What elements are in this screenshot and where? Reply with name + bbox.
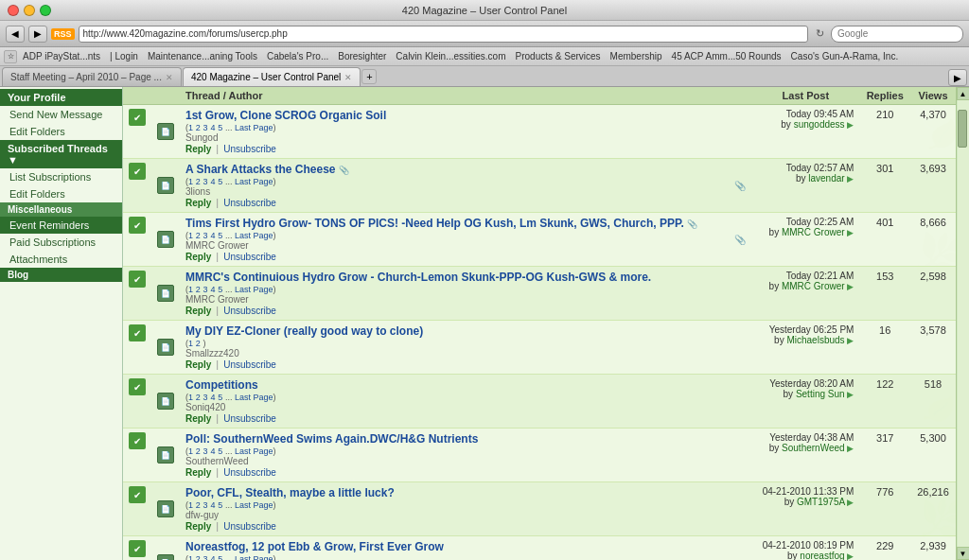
- page-link[interactable]: 1: [188, 500, 193, 510]
- last-page-link[interactable]: Last Page: [235, 500, 273, 510]
- sidebar-item-edit-folders-2[interactable]: Edit Folders: [0, 185, 122, 202]
- last-post-user-link[interactable]: sungoddess: [794, 119, 845, 130]
- last-post-user-link[interactable]: Michaelsbuds: [786, 335, 844, 345]
- unsubscribe-link[interactable]: Unsubscribe: [223, 252, 276, 262]
- reply-link[interactable]: Reply: [185, 144, 211, 154]
- reply-link[interactable]: Reply: [185, 198, 211, 208]
- go-icon[interactable]: ▶: [847, 336, 854, 345]
- page-link[interactable]: 5: [218, 123, 222, 132]
- page-link[interactable]: 3: [203, 177, 208, 186]
- go-icon[interactable]: ▶: [847, 498, 854, 507]
- unsubscribe-link[interactable]: Unsubscribe: [223, 306, 276, 316]
- bookmark-membership[interactable]: Membership: [607, 51, 666, 61]
- go-icon[interactable]: ▶: [847, 551, 854, 560]
- unsubscribe-link[interactable]: Unsubscribe: [223, 521, 276, 532]
- bookmark-ammo[interactable]: 45 ACP Amm...50 Rounds: [668, 51, 785, 61]
- page-link[interactable]: 1: [188, 339, 193, 348]
- reply-link[interactable]: Reply: [185, 413, 211, 424]
- last-post-user-link[interactable]: GMT1975A: [797, 497, 845, 507]
- thread-title-link[interactable]: Tims First Hydro Grow- TONS OF PICS! -Ne…: [185, 217, 684, 230]
- page-link[interactable]: 2: [196, 339, 201, 348]
- page-link[interactable]: 4: [210, 500, 215, 510]
- page-link[interactable]: 1: [188, 554, 193, 560]
- tab-420-magazine[interactable]: 420 Magazine – User Control Panel ✕: [183, 67, 361, 86]
- page-link[interactable]: 4: [210, 231, 215, 240]
- page-link[interactable]: 2: [196, 123, 201, 132]
- reply-link[interactable]: Reply: [185, 306, 211, 316]
- last-page-link[interactable]: Last Page: [235, 285, 273, 294]
- bookmark-adp[interactable]: ADP iPayStat...nts: [19, 51, 104, 61]
- sidebar-header-profile[interactable]: Your Profile: [0, 89, 122, 106]
- thread-title-link[interactable]: A Shark Attacks the Cheese: [185, 163, 336, 176]
- reply-link[interactable]: Reply: [185, 252, 211, 262]
- page-link[interactable]: 3: [203, 285, 208, 294]
- last-page-link[interactable]: Last Page: [235, 554, 273, 560]
- go-icon[interactable]: ▶: [847, 228, 854, 237]
- page-link[interactable]: 1: [188, 446, 193, 456]
- scroll-down-button[interactable]: ▼: [957, 547, 970, 560]
- reply-link[interactable]: Reply: [185, 521, 211, 532]
- tab-close-icon[interactable]: ✕: [166, 73, 173, 82]
- minimize-button[interactable]: [24, 5, 35, 16]
- bookmark-login[interactable]: | Login: [106, 51, 142, 61]
- bookmark-calvin[interactable]: Calvin Klein...essities.com: [392, 51, 509, 61]
- unsubscribe-link[interactable]: Unsubscribe: [223, 413, 276, 424]
- go-icon[interactable]: ▶: [847, 120, 854, 130]
- page-link[interactable]: 2: [196, 500, 201, 510]
- page-link[interactable]: 1: [188, 393, 193, 402]
- page-link[interactable]: 1: [188, 177, 193, 186]
- url-input[interactable]: [79, 26, 808, 43]
- page-link[interactable]: 4: [210, 177, 215, 186]
- tab-scroll-right[interactable]: ▶: [948, 69, 967, 86]
- maximize-button[interactable]: [40, 5, 51, 16]
- new-tab-button[interactable]: +: [361, 69, 377, 84]
- last-post-user-link[interactable]: Setting Sun: [796, 389, 845, 399]
- page-link[interactable]: 5: [218, 500, 222, 510]
- page-link[interactable]: 4: [210, 446, 215, 456]
- page-link[interactable]: 1: [188, 123, 193, 132]
- thread-title-link[interactable]: Poor, CFL, Stealth, maybe a little luck?: [185, 486, 395, 499]
- last-page-link[interactable]: Last Page: [235, 177, 273, 186]
- thread-title-link[interactable]: Poll: SouthernWeed Swims Again.DWC/H&G N…: [185, 432, 478, 446]
- page-link[interactable]: 2: [196, 285, 201, 294]
- last-page-link[interactable]: Last Page: [235, 231, 273, 240]
- last-post-user-link[interactable]: MMRC Grower: [782, 281, 845, 291]
- page-link[interactable]: 5: [218, 393, 222, 402]
- page-link[interactable]: 2: [196, 231, 201, 240]
- page-link[interactable]: 3: [203, 393, 208, 402]
- last-page-link[interactable]: Last Page: [235, 446, 273, 456]
- go-icon[interactable]: ▶: [847, 390, 854, 399]
- page-link[interactable]: 2: [196, 446, 201, 456]
- thread-title-link[interactable]: Competitions: [185, 378, 258, 392]
- thread-title-link[interactable]: 1st Grow, Clone SCROG Organic Soil: [185, 109, 386, 122]
- last-post-user-link[interactable]: MMRC Grower: [782, 227, 845, 237]
- unsubscribe-link[interactable]: Unsubscribe: [223, 198, 276, 208]
- page-link[interactable]: 4: [210, 285, 215, 294]
- go-icon[interactable]: ▶: [847, 444, 854, 453]
- last-post-user-link[interactable]: noreastfog: [800, 551, 844, 560]
- page-link[interactable]: 3: [203, 554, 208, 560]
- reply-link[interactable]: Reply: [185, 467, 211, 478]
- tab-close-icon[interactable]: ✕: [344, 73, 352, 82]
- page-link[interactable]: 5: [218, 231, 222, 240]
- thread-title-link[interactable]: MMRC's Continuious Hydro Grow - Church-L…: [185, 271, 651, 284]
- scroll-up-button[interactable]: ▲: [957, 87, 970, 100]
- rss-icon[interactable]: RSS: [51, 28, 75, 40]
- page-link[interactable]: 1: [188, 231, 193, 240]
- sidebar-item-edit-folders-1[interactable]: Edit Folders: [0, 123, 122, 140]
- page-link[interactable]: 4: [210, 123, 215, 132]
- page-link[interactable]: 3: [203, 500, 208, 510]
- unsubscribe-link[interactable]: Unsubscribe: [223, 467, 276, 478]
- page-link[interactable]: 1: [188, 285, 193, 294]
- bookmark-cabela[interactable]: Cabela's Pro...: [263, 51, 332, 61]
- page-link[interactable]: 3: [203, 231, 208, 240]
- bookmark-caso[interactable]: Caso's Gun-A-Rama, Inc.: [787, 51, 903, 61]
- last-page-link[interactable]: Last Page: [235, 123, 273, 132]
- page-link[interactable]: 2: [196, 554, 201, 560]
- back-button[interactable]: ◀: [6, 26, 25, 43]
- unsubscribe-link[interactable]: Unsubscribe: [223, 359, 276, 370]
- last-post-user-link[interactable]: lavendar: [808, 173, 844, 184]
- page-link[interactable]: 5: [218, 446, 222, 456]
- bookmark-bore[interactable]: Boresighter: [334, 51, 390, 61]
- page-link[interactable]: 5: [218, 177, 222, 186]
